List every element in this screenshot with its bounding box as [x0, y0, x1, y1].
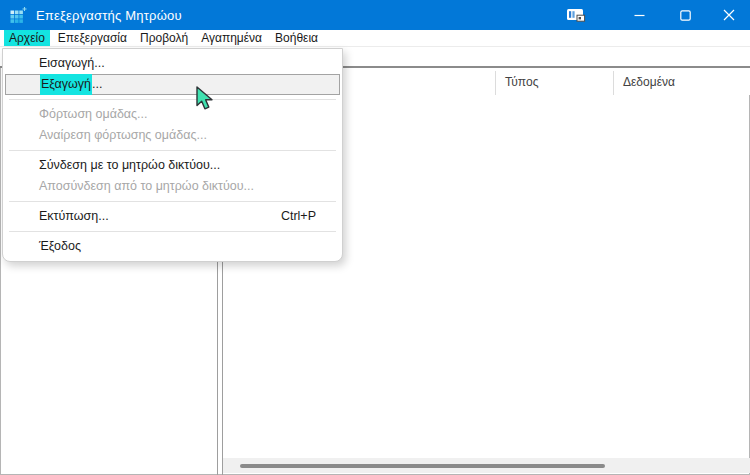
- shortcut-label: Ctrl+P: [281, 206, 316, 227]
- close-icon: [723, 9, 735, 21]
- column-header-type[interactable]: Τύπος: [505, 75, 538, 89]
- menubar-item-file[interactable]: Αρχείο: [4, 30, 50, 46]
- menu-separator: [9, 201, 336, 202]
- menubar-item-edit[interactable]: Επεξεργασία: [53, 30, 132, 46]
- column-separator[interactable]: [495, 71, 496, 95]
- menubar-item-favorites[interactable]: Αγαπημένα: [196, 30, 267, 46]
- minimize-button[interactable]: [616, 0, 662, 30]
- menu-item-export[interactable]: Εξαγωγή...: [5, 74, 340, 95]
- titlebar: Επεξεργαστής Μητρώου: [0, 0, 750, 30]
- horizontal-scrollbar-thumb[interactable]: [240, 464, 605, 468]
- column-separator[interactable]: [613, 71, 614, 95]
- menubar-item-help[interactable]: Βοήθεια: [270, 30, 323, 46]
- menu-separator: [9, 99, 336, 100]
- titlebar-indicator-icon: [566, 7, 590, 23]
- annotation-highlight: Εξαγωγή: [40, 74, 92, 95]
- registry-editor-app-icon: [10, 7, 27, 24]
- window-title: Επεξεργαστής Μητρώου: [36, 8, 182, 23]
- close-button[interactable]: [708, 0, 750, 30]
- menu-separator: [9, 150, 336, 151]
- horizontal-scrollbar[interactable]: [223, 458, 750, 473]
- column-header-data[interactable]: Δεδομένα: [623, 75, 675, 89]
- menu-item-unload-hive: Αναίρεση φόρτωσης ομάδας...: [3, 125, 342, 146]
- menu-separator: [9, 231, 336, 232]
- menu-item-import[interactable]: Εισαγωγή...: [3, 53, 342, 74]
- minimize-icon: [634, 10, 645, 21]
- maximize-icon: [680, 10, 691, 21]
- maximize-button[interactable]: [662, 0, 708, 30]
- menubar: Αρχείο Επεξεργασία Προβολή Αγαπημένα Βοή…: [0, 30, 750, 47]
- file-menu-dropdown: Εισαγωγή... Εξαγωγή... Φόρτωση ομάδας...…: [2, 48, 343, 262]
- menu-item-print[interactable]: Εκτύπωση... Ctrl+P: [3, 206, 342, 227]
- menu-item-load-hive: Φόρτωση ομάδας...: [3, 104, 342, 125]
- menu-item-exit[interactable]: Έξοδος: [3, 236, 342, 257]
- menu-item-connect-network-registry[interactable]: Σύνδεση με το μητρώο δικτύου...: [3, 155, 342, 176]
- menubar-item-view[interactable]: Προβολή: [135, 30, 193, 46]
- menu-item-disconnect-network-registry: Αποσύνδεση από το μητρώο δικτύου...: [3, 176, 342, 197]
